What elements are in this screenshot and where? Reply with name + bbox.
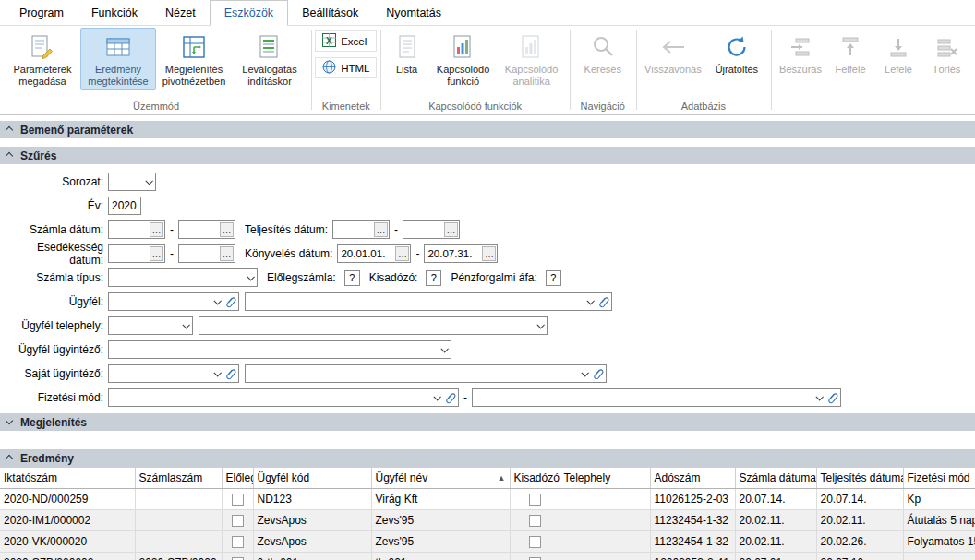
ev-input[interactable] [108, 197, 141, 215]
related-function-button[interactable]: Kapcsolódó funkció [429, 28, 498, 90]
section-filter[interactable]: Szűrés [0, 147, 975, 164]
range-dash: - [415, 247, 419, 260]
telephely-name-select[interactable] [199, 316, 548, 335]
date-picker-button[interactable]: … [220, 246, 234, 261]
szamla-tipus-select[interactable] [108, 268, 258, 287]
table-row[interactable]: 2020-SZB/000002 2020-SZB/0000 0-th-001 t… [0, 553, 975, 560]
kisadozo-checkbox[interactable] [529, 515, 541, 527]
date-picker-button[interactable]: … [444, 222, 458, 237]
col-iktatoszam[interactable]: Iktatószám [0, 468, 135, 489]
teljesites-datum-from-input[interactable]: … [332, 220, 390, 239]
list-button[interactable]: Lista [385, 28, 429, 78]
undo-label: Visszavonás [644, 64, 702, 76]
date-picker-button[interactable]: … [374, 222, 388, 237]
date-picker-button[interactable]: … [150, 222, 163, 237]
szamla-datum-to-input[interactable]: … [178, 220, 235, 239]
selection-at-start-button[interactable]: Leválogatás indításkor [232, 28, 307, 90]
eloleg-checkbox[interactable] [232, 515, 244, 527]
related-analytics-button[interactable]: Kapcsolódó analitika [498, 28, 566, 90]
sajat-ugyintezo-name-select[interactable] [245, 364, 607, 383]
result-view-button[interactable]: Eredmény megtekintése [80, 28, 156, 90]
paperclip-icon[interactable] [223, 365, 238, 382]
section-input-parameters[interactable]: Bemenő paraméterek [0, 121, 975, 138]
ugyfel-name-select[interactable] [245, 292, 612, 311]
col-ugyfel-nev[interactable]: ▲Ügyfél név [371, 468, 510, 489]
fizetesi-mod-from-select[interactable] [108, 388, 459, 407]
move-up-button[interactable]: Felfelé [826, 28, 874, 78]
col-kisadozo[interactable]: Kisadózó [510, 468, 560, 489]
pivot-view-button[interactable]: Megjelenítés pivotnézetben [156, 28, 232, 90]
esedekesseg-datum-from-input[interactable]: … [108, 244, 165, 263]
excel-export-label: Excel [341, 36, 367, 47]
sajat-ugyintezo-code-select[interactable] [108, 364, 239, 383]
menu-funkciok[interactable]: Funkciók [78, 0, 151, 25]
col-szamlaszam[interactable]: Számlaszám [135, 468, 222, 489]
menu-eszkozok[interactable]: Eszközök [210, 0, 289, 26]
html-export-button[interactable]: HTML [315, 57, 377, 78]
menu-beallitasok[interactable]: Beállítások [288, 0, 372, 25]
fizetesi-mod-to-select[interactable] [472, 388, 841, 407]
ribbon-group-kimenetek: X Excel HTML Kimenetek [312, 26, 379, 114]
col-fizetesi-mod[interactable]: Fizetési mód [903, 468, 975, 489]
date-picker-button[interactable]: … [150, 246, 163, 261]
teljesites-datum-to-input[interactable]: … [403, 220, 460, 239]
sorozat-select[interactable] [108, 173, 156, 191]
search-button[interactable]: Keresés [573, 28, 632, 78]
col-szamla-datuma[interactable]: Számla dátuma [735, 468, 816, 489]
eloleg-checkbox[interactable] [232, 536, 244, 548]
date-picker-button[interactable]: … [482, 246, 496, 261]
insert-icon [788, 32, 812, 62]
menu-program[interactable]: Program [6, 0, 78, 25]
kisadozo-checkbox[interactable] [529, 536, 541, 548]
ribbon-group-navigacio: Keresés Navigáció [571, 26, 635, 114]
excel-export-button[interactable]: X Excel [315, 30, 377, 52]
date-picker-button[interactable]: … [220, 222, 234, 237]
cell-kisadozo [510, 531, 560, 553]
konyveles-datum-from-input[interactable]: 20.01.01.… [337, 244, 411, 263]
kisadozo-checkbox[interactable] [529, 494, 541, 506]
penzforgalmi-afa-tristate-checkbox[interactable]: ? [546, 270, 561, 286]
section-result[interactable]: Eredmény [0, 449, 975, 467]
szamla-datum-from-input[interactable]: … [108, 220, 165, 239]
menu-nyomtatas[interactable]: Nyomtatás [372, 0, 455, 25]
table-row[interactable]: 2020-IM1/000002 ZevsApos Zevs'95 1123245… [0, 510, 975, 531]
col-ugyfel-kod[interactable]: Ügyfél kód [253, 468, 371, 489]
menu-bar: Program Funkciók Nézet Eszközök Beállítá… [0, 0, 975, 26]
paperclip-icon[interactable] [443, 389, 458, 406]
delete-button[interactable]: Törlés [922, 28, 970, 78]
delete-label: Törlés [933, 64, 961, 76]
table-row[interactable]: 2020-VK/000020 ZevsApos Zevs'95 11232454… [0, 531, 975, 553]
kisadozo-tristate-checkbox[interactable]: ? [426, 270, 441, 286]
elolegszamla-tristate-checkbox[interactable]: ? [344, 270, 360, 286]
expand-icon [6, 418, 14, 426]
cell-teljesites-datuma: 20.02.11. [816, 510, 903, 531]
konyveles-datum-to-input[interactable]: 20.07.31.… [424, 244, 498, 263]
date-picker-button[interactable]: … [395, 246, 409, 261]
parameters-button[interactable]: Paraméterek megadása [5, 28, 80, 90]
paperclip-icon[interactable] [223, 293, 238, 310]
cell-szamla-datuma: 20.02.11. [735, 531, 816, 553]
cell-eloleg [222, 553, 253, 560]
cell-szamla-datuma: 20.07.01. [735, 553, 816, 560]
paperclip-icon[interactable] [596, 293, 611, 310]
menu-nezet[interactable]: Nézet [151, 0, 210, 25]
section-display[interactable]: Megjelenítés [0, 413, 975, 431]
undo-button[interactable]: Visszavonás [640, 28, 706, 78]
esedekesseg-datum-to-input[interactable]: … [178, 244, 235, 263]
col-telephely[interactable]: Telephely [560, 468, 650, 489]
paperclip-icon[interactable] [825, 389, 840, 406]
cell-szamla-datuma: 20.07.14. [735, 489, 816, 510]
col-teljesites-datuma[interactable]: Teljesítés dátuma [816, 468, 903, 489]
move-down-button[interactable]: Lefelé [874, 28, 922, 78]
ugyfel-ugyintezo-select[interactable] [108, 340, 451, 359]
col-eloleg[interactable]: Előleg [222, 468, 253, 489]
refresh-button[interactable]: Újratöltés [706, 28, 767, 78]
sorozat-label: Sorozat: [0, 175, 103, 188]
insert-button[interactable]: Beszúrás [775, 28, 826, 78]
telephely-code-select[interactable] [108, 316, 193, 335]
ugyfel-code-select[interactable] [108, 292, 239, 311]
table-row[interactable]: 2020-ND/000259 ND123 Virág Kft 11026125-… [0, 489, 975, 510]
eloleg-checkbox[interactable] [232, 494, 244, 506]
col-adoszam[interactable]: Adószám [650, 468, 735, 489]
paperclip-icon[interactable] [591, 365, 606, 382]
